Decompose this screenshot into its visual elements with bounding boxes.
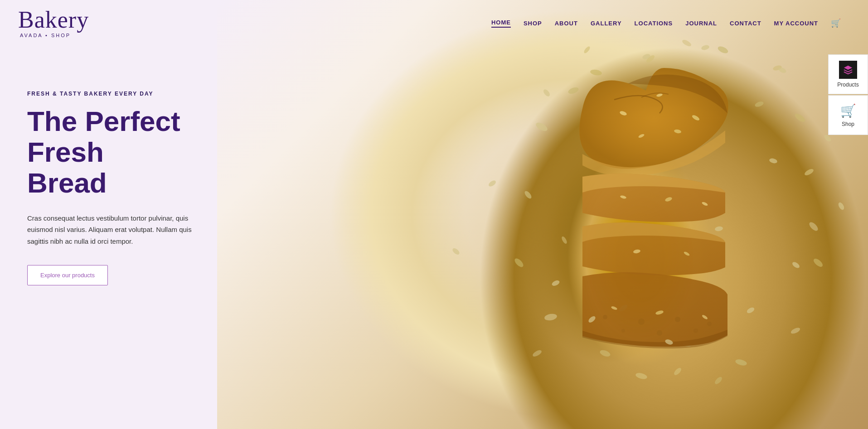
logo: Bakery AVADA • SHOP bbox=[18, 8, 89, 38]
nav-locations[interactable]: LOCATIONS bbox=[635, 20, 673, 27]
shop-cart-icon: 🛒 bbox=[840, 103, 856, 118]
svg-point-3 bbox=[590, 69, 602, 76]
svg-point-15 bbox=[812, 257, 823, 269]
shop-label: Shop bbox=[842, 121, 854, 127]
svg-point-21 bbox=[754, 101, 764, 108]
svg-point-24 bbox=[635, 372, 648, 380]
svg-point-43 bbox=[621, 329, 625, 333]
svg-point-19 bbox=[583, 46, 591, 54]
nav: HOME SHOP ABOUT GALLERY LOCATIONS JOURNA… bbox=[491, 18, 841, 28]
nav-journal[interactable]: JOURNAL bbox=[685, 20, 717, 27]
svg-point-14 bbox=[790, 327, 801, 335]
seed-decoration bbox=[488, 179, 497, 188]
svg-point-44 bbox=[657, 330, 662, 336]
svg-point-0 bbox=[534, 121, 548, 133]
products-label: Products bbox=[837, 82, 858, 88]
hero-content: FRESH & TASTY BAKERY EVERY DAY The Perfe… bbox=[27, 91, 227, 285]
products-icon bbox=[843, 65, 853, 75]
svg-point-39 bbox=[603, 315, 607, 319]
seed-decoration bbox=[823, 134, 832, 143]
side-panel-products[interactable]: Products bbox=[828, 54, 868, 94]
svg-point-22 bbox=[808, 221, 819, 232]
svg-point-42 bbox=[707, 322, 712, 326]
side-panel-shop[interactable]: 🛒 Shop bbox=[828, 95, 868, 135]
svg-point-16 bbox=[561, 236, 568, 245]
svg-point-45 bbox=[693, 328, 698, 333]
svg-point-9 bbox=[513, 257, 524, 268]
side-panel: Products 🛒 Shop bbox=[828, 54, 868, 135]
svg-point-25 bbox=[713, 376, 723, 385]
svg-point-40 bbox=[638, 318, 645, 325]
seed-decoration bbox=[837, 202, 845, 211]
nav-myaccount[interactable]: MY ACCOUNT bbox=[774, 20, 818, 27]
hero-tagline: FRESH & TASTY BAKERY EVERY DAY bbox=[27, 91, 227, 97]
bread-illustration bbox=[505, 36, 823, 390]
seed-decoration bbox=[451, 247, 461, 255]
svg-point-23 bbox=[532, 349, 543, 358]
products-icon-box bbox=[839, 61, 857, 79]
svg-point-5 bbox=[717, 45, 729, 54]
hero-title: The Perfect Fresh Bread bbox=[27, 106, 227, 199]
nav-shop[interactable]: SHOP bbox=[524, 20, 542, 27]
nav-about[interactable]: ABOUT bbox=[555, 20, 578, 27]
hero-body: Cras consequat lectus vestibulum tortor … bbox=[27, 212, 199, 247]
header: Bakery AVADA • SHOP HOME SHOP ABOUT GALL… bbox=[0, 0, 868, 46]
nav-gallery[interactable]: GALLERY bbox=[591, 20, 622, 27]
svg-point-11 bbox=[599, 349, 611, 357]
svg-point-7 bbox=[794, 112, 806, 124]
svg-point-13 bbox=[735, 358, 747, 366]
explore-products-button[interactable]: Explore our products bbox=[27, 265, 108, 285]
svg-point-12 bbox=[673, 366, 682, 376]
svg-point-8 bbox=[804, 168, 815, 177]
svg-point-10 bbox=[544, 313, 558, 322]
logo-sub: AVADA • SHOP bbox=[20, 33, 71, 38]
nav-contact[interactable]: CONTACT bbox=[730, 20, 761, 27]
cart-icon[interactable]: 🛒 bbox=[831, 18, 841, 28]
hero-image bbox=[217, 0, 868, 429]
hero-section: FRESH & TASTY BAKERY EVERY DAY The Perfe… bbox=[0, 0, 868, 429]
svg-point-1 bbox=[567, 86, 580, 95]
logo-script: Bakery bbox=[18, 8, 89, 32]
svg-point-41 bbox=[675, 317, 680, 322]
svg-point-2 bbox=[524, 190, 533, 200]
nav-home[interactable]: HOME bbox=[491, 19, 511, 28]
